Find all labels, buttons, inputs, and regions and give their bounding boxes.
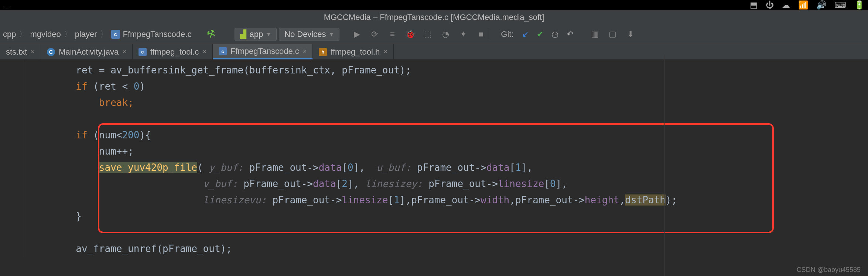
status-icon: ⏻: [766, 0, 774, 10]
chevron-right-icon: 〉: [19, 29, 27, 40]
code-line: save_yuv420p_file( y_buf: pFrame_out->da…: [30, 159, 868, 176]
dropdown-icon: ▼: [266, 31, 271, 37]
status-icon: ⌨: [834, 0, 846, 10]
h-file-icon: h: [319, 48, 327, 56]
window-title: MGCCMedia – FfmpegTanscode.c [MGCCMedia.…: [0, 10, 868, 24]
tab-label: MainActivity.java: [59, 47, 119, 57]
breadcrumb-item[interactable]: player: [75, 30, 97, 39]
apply-changes-icon[interactable]: ⟳: [370, 30, 379, 39]
close-icon[interactable]: ×: [202, 48, 206, 56]
title-text: MGCCMedia – FfmpegTanscode.c [MGCCMedia.…: [324, 13, 544, 22]
breadcrumb-item[interactable]: FfmpegTanscode.c: [123, 30, 192, 39]
gutter: [0, 60, 24, 257]
breadcrumb-item[interactable]: mgvideo: [30, 30, 61, 39]
device-label: No Devices: [284, 30, 326, 39]
tab-sts[interactable]: sts.txt ×: [0, 44, 41, 59]
close-icon[interactable]: ×: [31, 48, 35, 56]
divider: [488, 29, 488, 40]
tab-ffmpeg-transcode[interactable]: c FfmpegTanscode.c ×: [213, 44, 313, 59]
c-file-icon: c: [139, 48, 147, 56]
code-line: if (num<200){: [30, 127, 868, 143]
attach-icon[interactable]: ✦: [458, 30, 468, 39]
project-structure-icon[interactable]: ▥: [590, 30, 600, 39]
code-line: ret = av_buffersink_get_frame(buffersink…: [30, 62, 868, 78]
tab-ffmpeg-tool-h[interactable]: h ffmpeg_tool.h ×: [313, 44, 393, 59]
status-icon: 🔋: [854, 0, 864, 10]
code-line: }: [30, 208, 868, 224]
code-line: num++;: [30, 143, 868, 159]
dropdown-icon: ▼: [329, 31, 334, 37]
code-line: v_buf: pFrame_out->data[2], linesizey: p…: [30, 176, 868, 192]
git-label: Git:: [501, 30, 513, 39]
code-line: linesizevu: pFrame_out->linesize[1],pFra…: [30, 192, 868, 208]
right-margin-line: [664, 55, 665, 276]
build-icon[interactable]: ⚒: [205, 27, 218, 41]
chevron-right-icon: 〉: [64, 29, 72, 40]
menu-item[interactable]: …: [4, 1, 10, 9]
tab-mainactivity[interactable]: C MainActivity.java ×: [41, 44, 133, 59]
os-menubar: … ⬒ ⏻ ☁ 📶 🔊 ⌨ 🔋: [0, 0, 868, 10]
c-file-icon: c: [219, 47, 227, 55]
status-icon: 📶: [798, 0, 808, 10]
stop-icon[interactable]: ■: [476, 30, 486, 39]
chevron-right-icon: 〉: [100, 29, 108, 40]
android-icon: ▟: [240, 30, 246, 39]
status-icon: ☁: [782, 0, 790, 10]
tab-label: ffmpeg_tool.h: [331, 47, 380, 57]
avd-manager-icon[interactable]: ▢: [608, 30, 618, 39]
close-icon[interactable]: ×: [383, 48, 387, 56]
tab-label: ffmpeg_tool.c: [150, 47, 199, 57]
code-line: [30, 111, 868, 127]
toolbar: cpp 〉 mgvideo 〉 player 〉 c FfmpegTanscod…: [0, 24, 868, 44]
editor-tabs: sts.txt × C MainActivity.java × c ffmpeg…: [0, 44, 868, 60]
c-file-icon: c: [111, 30, 120, 39]
git-commit-icon[interactable]: ✔: [537, 30, 543, 39]
profiler-icon[interactable]: ◔: [441, 30, 450, 39]
git-section: Git: ↙ ✔ ◷ ↶: [501, 30, 573, 39]
sdk-manager-icon[interactable]: ⬇: [626, 30, 635, 39]
code-line: if (ret < 0): [30, 78, 868, 94]
tab-label: FfmpegTanscode.c: [230, 46, 299, 56]
rollback-icon[interactable]: ↶: [567, 30, 573, 39]
code-editor[interactable]: ret = av_buffersink_get_frame(buffersink…: [0, 60, 868, 257]
history-icon[interactable]: ◷: [551, 30, 558, 39]
device-selector[interactable]: No Devices ▼: [279, 28, 339, 41]
watermark: CSDN @baoyu45585: [797, 266, 861, 274]
status-icon: ⬒: [750, 0, 758, 10]
code-line: av_frame_unref(pFrame_out);: [30, 241, 868, 257]
git-update-icon[interactable]: ↙: [522, 30, 529, 39]
run-icon[interactable]: ▶: [352, 30, 362, 39]
tab-ffmpeg-tool-c[interactable]: c ffmpeg_tool.c ×: [133, 44, 213, 59]
status-icon: 🔊: [816, 0, 826, 10]
close-icon[interactable]: ×: [122, 48, 126, 56]
instant-run-icon[interactable]: ≡: [387, 30, 397, 39]
code-line: break;: [30, 94, 868, 111]
debug-icon[interactable]: 🐞: [405, 30, 415, 39]
coverage-icon[interactable]: ⬚: [423, 30, 433, 39]
breadcrumb-item[interactable]: cpp: [3, 30, 16, 39]
breadcrumb: cpp 〉 mgvideo 〉 player 〉 c FfmpegTanscod…: [3, 29, 191, 40]
run-config-selector[interactable]: ▟ app ▼: [235, 28, 277, 41]
close-icon[interactable]: ×: [303, 48, 307, 55]
code-line: [30, 224, 868, 241]
run-config-label: app: [249, 30, 263, 39]
java-class-icon: C: [47, 48, 55, 56]
tab-label: sts.txt: [6, 47, 27, 57]
